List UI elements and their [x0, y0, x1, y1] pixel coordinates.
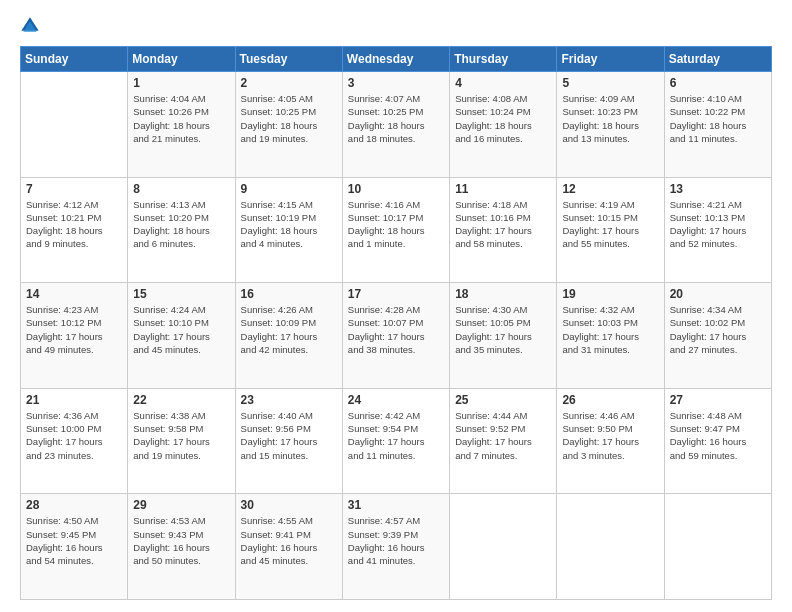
- day-number: 27: [670, 393, 766, 407]
- day-number: 26: [562, 393, 658, 407]
- day-number: 9: [241, 182, 337, 196]
- calendar-cell: 7Sunrise: 4:12 AM Sunset: 10:21 PM Dayli…: [21, 177, 128, 283]
- calendar-cell: 4Sunrise: 4:08 AM Sunset: 10:24 PM Dayli…: [450, 72, 557, 178]
- day-info: Sunrise: 4:34 AM Sunset: 10:02 PM Daylig…: [670, 303, 766, 356]
- day-info: Sunrise: 4:57 AM Sunset: 9:39 PM Dayligh…: [348, 514, 444, 567]
- calendar-cell: 31Sunrise: 4:57 AM Sunset: 9:39 PM Dayli…: [342, 494, 449, 600]
- calendar-cell: 12Sunrise: 4:19 AM Sunset: 10:15 PM Dayl…: [557, 177, 664, 283]
- day-info: Sunrise: 4:21 AM Sunset: 10:13 PM Daylig…: [670, 198, 766, 251]
- day-info: Sunrise: 4:18 AM Sunset: 10:16 PM Daylig…: [455, 198, 551, 251]
- logo: [20, 16, 44, 36]
- week-row-0: 1Sunrise: 4:04 AM Sunset: 10:26 PM Dayli…: [21, 72, 772, 178]
- header-day-thursday: Thursday: [450, 47, 557, 72]
- calendar-cell: 10Sunrise: 4:16 AM Sunset: 10:17 PM Dayl…: [342, 177, 449, 283]
- day-number: 6: [670, 76, 766, 90]
- day-number: 19: [562, 287, 658, 301]
- day-number: 1: [133, 76, 229, 90]
- week-row-4: 28Sunrise: 4:50 AM Sunset: 9:45 PM Dayli…: [21, 494, 772, 600]
- day-number: 13: [670, 182, 766, 196]
- calendar-cell: 25Sunrise: 4:44 AM Sunset: 9:52 PM Dayli…: [450, 388, 557, 494]
- header: [20, 16, 772, 36]
- page: SundayMondayTuesdayWednesdayThursdayFrid…: [0, 0, 792, 612]
- calendar-cell: 1Sunrise: 4:04 AM Sunset: 10:26 PM Dayli…: [128, 72, 235, 178]
- day-info: Sunrise: 4:32 AM Sunset: 10:03 PM Daylig…: [562, 303, 658, 356]
- calendar-cell: 9Sunrise: 4:15 AM Sunset: 10:19 PM Dayli…: [235, 177, 342, 283]
- day-info: Sunrise: 4:55 AM Sunset: 9:41 PM Dayligh…: [241, 514, 337, 567]
- day-info: Sunrise: 4:05 AM Sunset: 10:25 PM Daylig…: [241, 92, 337, 145]
- header-row: SundayMondayTuesdayWednesdayThursdayFrid…: [21, 47, 772, 72]
- calendar-cell: 20Sunrise: 4:34 AM Sunset: 10:02 PM Dayl…: [664, 283, 771, 389]
- calendar-cell: 15Sunrise: 4:24 AM Sunset: 10:10 PM Dayl…: [128, 283, 235, 389]
- calendar-cell: 8Sunrise: 4:13 AM Sunset: 10:20 PM Dayli…: [128, 177, 235, 283]
- calendar-cell: 23Sunrise: 4:40 AM Sunset: 9:56 PM Dayli…: [235, 388, 342, 494]
- day-info: Sunrise: 4:07 AM Sunset: 10:25 PM Daylig…: [348, 92, 444, 145]
- day-number: 23: [241, 393, 337, 407]
- day-info: Sunrise: 4:30 AM Sunset: 10:05 PM Daylig…: [455, 303, 551, 356]
- day-number: 5: [562, 76, 658, 90]
- day-number: 18: [455, 287, 551, 301]
- header-day-sunday: Sunday: [21, 47, 128, 72]
- day-info: Sunrise: 4:19 AM Sunset: 10:15 PM Daylig…: [562, 198, 658, 251]
- day-info: Sunrise: 4:40 AM Sunset: 9:56 PM Dayligh…: [241, 409, 337, 462]
- week-row-2: 14Sunrise: 4:23 AM Sunset: 10:12 PM Dayl…: [21, 283, 772, 389]
- day-info: Sunrise: 4:23 AM Sunset: 10:12 PM Daylig…: [26, 303, 122, 356]
- day-number: 17: [348, 287, 444, 301]
- day-info: Sunrise: 4:48 AM Sunset: 9:47 PM Dayligh…: [670, 409, 766, 462]
- header-day-tuesday: Tuesday: [235, 47, 342, 72]
- calendar-cell: 14Sunrise: 4:23 AM Sunset: 10:12 PM Dayl…: [21, 283, 128, 389]
- calendar-cell: 16Sunrise: 4:26 AM Sunset: 10:09 PM Dayl…: [235, 283, 342, 389]
- day-number: 21: [26, 393, 122, 407]
- day-info: Sunrise: 4:09 AM Sunset: 10:23 PM Daylig…: [562, 92, 658, 145]
- day-number: 3: [348, 76, 444, 90]
- day-info: Sunrise: 4:50 AM Sunset: 9:45 PM Dayligh…: [26, 514, 122, 567]
- day-number: 30: [241, 498, 337, 512]
- header-day-saturday: Saturday: [664, 47, 771, 72]
- calendar-cell: 19Sunrise: 4:32 AM Sunset: 10:03 PM Dayl…: [557, 283, 664, 389]
- calendar-cell: [21, 72, 128, 178]
- day-number: 15: [133, 287, 229, 301]
- calendar-cell: 30Sunrise: 4:55 AM Sunset: 9:41 PM Dayli…: [235, 494, 342, 600]
- calendar-cell: 24Sunrise: 4:42 AM Sunset: 9:54 PM Dayli…: [342, 388, 449, 494]
- day-info: Sunrise: 4:44 AM Sunset: 9:52 PM Dayligh…: [455, 409, 551, 462]
- day-info: Sunrise: 4:08 AM Sunset: 10:24 PM Daylig…: [455, 92, 551, 145]
- day-number: 31: [348, 498, 444, 512]
- day-info: Sunrise: 4:36 AM Sunset: 10:00 PM Daylig…: [26, 409, 122, 462]
- day-number: 20: [670, 287, 766, 301]
- calendar-body: 1Sunrise: 4:04 AM Sunset: 10:26 PM Dayli…: [21, 72, 772, 600]
- day-info: Sunrise: 4:12 AM Sunset: 10:21 PM Daylig…: [26, 198, 122, 251]
- day-number: 25: [455, 393, 551, 407]
- calendar-cell: [450, 494, 557, 600]
- day-info: Sunrise: 4:13 AM Sunset: 10:20 PM Daylig…: [133, 198, 229, 251]
- calendar-header: SundayMondayTuesdayWednesdayThursdayFrid…: [21, 47, 772, 72]
- day-number: 24: [348, 393, 444, 407]
- calendar-cell: 11Sunrise: 4:18 AM Sunset: 10:16 PM Dayl…: [450, 177, 557, 283]
- day-info: Sunrise: 4:15 AM Sunset: 10:19 PM Daylig…: [241, 198, 337, 251]
- day-info: Sunrise: 4:04 AM Sunset: 10:26 PM Daylig…: [133, 92, 229, 145]
- calendar-cell: 27Sunrise: 4:48 AM Sunset: 9:47 PM Dayli…: [664, 388, 771, 494]
- calendar-cell: 29Sunrise: 4:53 AM Sunset: 9:43 PM Dayli…: [128, 494, 235, 600]
- day-number: 11: [455, 182, 551, 196]
- logo-icon: [20, 16, 40, 36]
- day-number: 8: [133, 182, 229, 196]
- day-number: 12: [562, 182, 658, 196]
- day-number: 28: [26, 498, 122, 512]
- calendar-cell: 5Sunrise: 4:09 AM Sunset: 10:23 PM Dayli…: [557, 72, 664, 178]
- day-number: 16: [241, 287, 337, 301]
- day-info: Sunrise: 4:16 AM Sunset: 10:17 PM Daylig…: [348, 198, 444, 251]
- day-info: Sunrise: 4:10 AM Sunset: 10:22 PM Daylig…: [670, 92, 766, 145]
- day-number: 10: [348, 182, 444, 196]
- calendar-cell: 17Sunrise: 4:28 AM Sunset: 10:07 PM Dayl…: [342, 283, 449, 389]
- header-day-friday: Friday: [557, 47, 664, 72]
- calendar-cell: 22Sunrise: 4:38 AM Sunset: 9:58 PM Dayli…: [128, 388, 235, 494]
- header-day-wednesday: Wednesday: [342, 47, 449, 72]
- day-number: 14: [26, 287, 122, 301]
- day-info: Sunrise: 4:26 AM Sunset: 10:09 PM Daylig…: [241, 303, 337, 356]
- calendar-cell: 28Sunrise: 4:50 AM Sunset: 9:45 PM Dayli…: [21, 494, 128, 600]
- calendar-cell: 18Sunrise: 4:30 AM Sunset: 10:05 PM Dayl…: [450, 283, 557, 389]
- day-info: Sunrise: 4:42 AM Sunset: 9:54 PM Dayligh…: [348, 409, 444, 462]
- calendar-cell: 13Sunrise: 4:21 AM Sunset: 10:13 PM Dayl…: [664, 177, 771, 283]
- header-day-monday: Monday: [128, 47, 235, 72]
- calendar-cell: [557, 494, 664, 600]
- day-number: 7: [26, 182, 122, 196]
- day-info: Sunrise: 4:24 AM Sunset: 10:10 PM Daylig…: [133, 303, 229, 356]
